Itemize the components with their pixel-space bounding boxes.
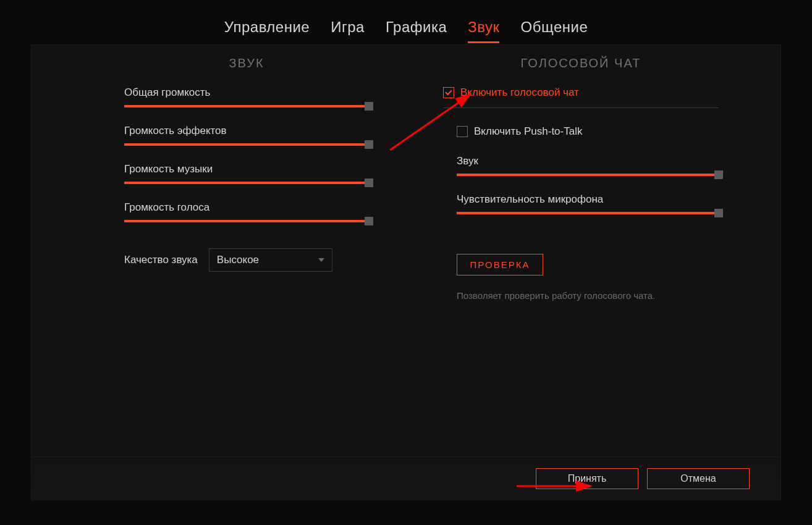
slider-track[interactable]: [124, 180, 369, 185]
settings-tabs: Управление Игра Графика Звук Общение: [0, 0, 812, 43]
sound-section-title: ЗВУК: [124, 56, 369, 70]
sound-column: ЗВУК Общая громкость Громкость эффектов …: [32, 56, 406, 301]
footer: Принять Отмена: [32, 456, 780, 500]
sound-quality-row: Качество звука Высокое: [124, 248, 369, 272]
slider-voice-sound: Звук: [457, 155, 719, 177]
enable-voice-chat-checkbox[interactable]: [443, 87, 454, 98]
slider-track[interactable]: [124, 142, 369, 147]
tab-communication[interactable]: Общение: [520, 19, 588, 43]
slider-label: Чувствительность микрофона: [457, 193, 719, 206]
slider-track[interactable]: [457, 172, 719, 177]
enable-voice-chat-row: Включить голосовой чат: [443, 86, 719, 99]
test-voice-button[interactable]: ПРОВЕРКА: [457, 254, 543, 275]
sound-quality-select[interactable]: Высокое: [209, 248, 332, 272]
chevron-down-icon: [318, 258, 324, 262]
enable-voice-chat-label[interactable]: Включить голосовой чат: [460, 86, 579, 99]
slider-effects-volume: Громкость эффектов: [124, 125, 369, 147]
voice-chat-section-title: ГОЛОСОВОЙ ЧАТ: [443, 56, 719, 70]
sound-quality-value: Высокое: [217, 254, 259, 266]
slider-label: Громкость эффектов: [124, 125, 369, 137]
slider-track[interactable]: [124, 104, 369, 109]
slider-track[interactable]: [124, 219, 369, 224]
slider-label: Звук: [457, 155, 719, 167]
check-icon: [445, 88, 452, 95]
slider-handle[interactable]: [365, 217, 373, 225]
slider-track[interactable]: [457, 211, 719, 216]
slider-handle[interactable]: [365, 102, 373, 111]
voice-test-help: Позволяет проверить работу голосового ча…: [457, 290, 719, 301]
tab-game[interactable]: Игра: [331, 19, 365, 43]
voice-chat-column: ГОЛОСОВОЙ ЧАТ Включить голосовой чат Вкл…: [406, 56, 780, 301]
tab-graphics[interactable]: Графика: [386, 19, 447, 43]
slider-music-volume: Громкость музыки: [124, 163, 369, 185]
slider-voice-volume: Громкость голоса: [124, 201, 369, 224]
divider: [443, 107, 719, 108]
slider-master-volume: Общая громкость: [124, 86, 369, 109]
accept-button[interactable]: Принять: [536, 468, 638, 489]
slider-label: Громкость музыки: [124, 163, 369, 175]
push-to-talk-label[interactable]: Включить Push-to-Talk: [474, 125, 582, 138]
settings-panel: ЗВУК Общая громкость Громкость эффектов …: [31, 44, 781, 500]
slider-label: Общая громкость: [124, 86, 369, 99]
slider-label: Громкость голоса: [124, 201, 369, 214]
tab-control[interactable]: Управление: [224, 19, 310, 43]
tab-sound[interactable]: Звук: [468, 19, 499, 43]
slider-handle[interactable]: [365, 140, 373, 149]
slider-mic-sensitivity: Чувствительность микрофона: [457, 193, 719, 216]
slider-handle[interactable]: [714, 209, 723, 217]
push-to-talk-row: Включить Push-to-Talk: [457, 125, 719, 138]
slider-handle[interactable]: [714, 170, 723, 179]
slider-handle[interactable]: [365, 178, 373, 187]
cancel-button[interactable]: Отмена: [647, 468, 750, 489]
sound-quality-label: Качество звука: [124, 254, 198, 266]
push-to-talk-checkbox[interactable]: [457, 126, 468, 137]
